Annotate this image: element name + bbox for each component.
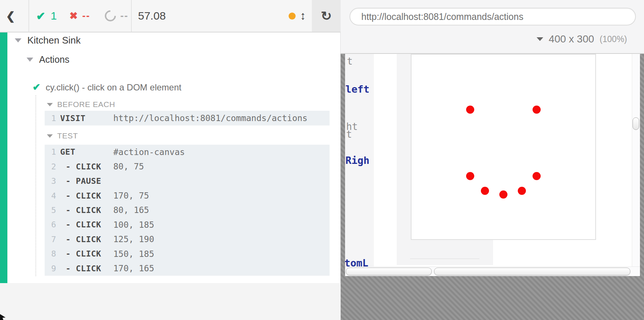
command-name: - CLICK [66,264,101,273]
command-row[interactable]: 8- CLICK150, 185 [45,247,330,261]
status-indicator [289,0,296,32]
command-name: - CLICK [66,191,101,200]
vertical-scrollbar-thumb[interactable] [633,117,639,130]
action-canvas[interactable] [411,54,596,240]
test-body-guide-line [35,95,36,276]
code-fragment: tomL [345,257,368,269]
suite-title: Kitchen Sink [27,35,81,46]
command-name: - CLICK [66,206,101,215]
auto-scroll-toggle[interactable]: ↕ [300,0,306,32]
command-name: - CLICK [66,220,101,229]
command-number: 7 [45,235,56,244]
reporter-panel: ❮ ✔ 1 ✖ -- -- 57.08 ↕ ↻ Ki [0,0,341,283]
horizontal-scrollbar-thumb[interactable] [346,268,432,275]
command-number: 8 [45,249,56,258]
command-name: - CLICK [66,235,101,244]
click-dot [499,190,507,199]
section-test[interactable]: TEST [47,131,78,140]
test-command-log: 1GET#action-canvas2- CLICK80, 753- PAUSE… [45,145,330,276]
suite-title: Actions [39,54,69,65]
section-before-each[interactable]: BEFORE EACH [47,100,115,109]
divider-line [410,258,479,259]
run-time: 57.08 [138,0,166,32]
command-number: 6 [45,220,56,229]
pending-count: -- [120,10,128,22]
failed-count: -- [82,10,90,22]
horizontal-scrollbar-thumb[interactable] [434,268,630,275]
header-separator [131,0,132,32]
test-passed-check-icon: ✔ [32,82,41,93]
caret-down-icon[interactable] [15,38,21,42]
suite-actions[interactable]: Actions [27,54,69,65]
suite-kitchen-sink[interactable]: Kitchen Sink [15,35,81,46]
command-name: VISIT [60,114,86,123]
command-message: 125, 190 [113,234,154,244]
code-fragment: left [345,83,369,95]
viewport-size-label: 400 x 300 [549,33,594,45]
command-message: http://localhost:8081/commands/actions [113,113,307,123]
click-dot [466,172,474,180]
viewport-menu[interactable]: 400 x 300 (100%) [537,33,627,45]
command-message: 100, 185 [113,220,154,230]
command-row[interactable]: 3- PAUSE [45,174,330,188]
aut-iframe[interactable]: tlefthttRightomL [345,54,640,276]
command-name: - PAUSE [66,176,101,186]
failed-x-icon: ✖ [69,10,78,22]
code-fragment: Righ [345,155,369,166]
test-cy-click[interactable]: ✔ cy.click() - click on a DOM element [32,82,181,93]
caret-down-icon[interactable] [47,134,53,138]
yellow-dot-icon [289,13,296,20]
command-message: 150, 185 [113,249,154,259]
command-number: 1 [45,114,56,123]
caret-down-icon[interactable] [27,58,33,62]
pending-circle-icon [103,8,118,24]
aut-stage: tlefthttRightomL [341,54,644,320]
command-number: 4 [45,191,56,200]
viewport-scale-label: (100%) [600,34,627,44]
command-message: 170, 165 [113,264,154,273]
vertical-scrollbar-track[interactable] [632,54,640,266]
section-label: BEFORE EACH [57,100,115,109]
click-dot [466,106,474,114]
command-row[interactable]: 6- CLICK100, 185 [45,217,330,232]
command-message: #action-canvas [113,147,185,157]
click-dot [518,187,526,195]
command-message: 170, 75 [113,191,149,200]
back-icon: ❮ [6,10,15,23]
command-row[interactable]: 4- CLICK170, 75 [45,188,330,203]
command-row[interactable]: 5- CLICK80, 165 [45,203,330,217]
runner-panel: http://localhost:8081/commands/actions 4… [341,0,644,320]
command-row[interactable]: 1GET#action-canvas [45,145,330,159]
up-down-arrow-icon: ↕ [300,9,306,23]
command-number: 5 [45,206,56,215]
before-each-command-log: 1VISIThttp://localhost:8081/commands/act… [45,111,330,125]
restart-tests-button[interactable]: ↻ [312,0,341,32]
click-dot [533,172,541,180]
command-number: 3 [45,176,56,186]
runner-header: http://localhost:8081/commands/actions 4… [341,0,644,54]
caret-down-icon[interactable] [47,103,53,106]
command-number: 2 [45,162,56,171]
command-row[interactable]: 1VISIThttp://localhost:8081/commands/act… [45,111,330,125]
refresh-icon: ↻ [321,8,332,23]
command-message: 80, 165 [113,205,149,215]
header-separator [28,0,29,32]
command-name: - CLICK [66,249,101,258]
code-fragment: t [347,56,353,67]
code-fragment: t [346,129,352,140]
command-row[interactable]: 2- CLICK80, 75 [45,159,330,173]
click-dot [481,187,489,195]
back-button[interactable]: ❮ [6,0,15,32]
section-label: TEST [57,131,78,140]
command-row[interactable]: 9- CLICK170, 165 [45,261,330,276]
passed-count: 1 [51,10,57,22]
reporter-header: ❮ ✔ 1 ✖ -- -- 57.08 ↕ ↻ [0,0,341,32]
click-dot [533,106,541,114]
command-row[interactable]: 7- CLICK125, 190 [45,232,330,247]
passed-stat: ✔ 1 [36,0,57,32]
caret-down-icon [537,37,543,41]
failed-stat: ✖ -- [69,0,90,32]
command-message: 80, 75 [113,162,144,171]
url-bar[interactable]: http://localhost:8081/commands/actions [349,8,636,25]
test-title: cy.click() - click on a DOM element [46,82,182,93]
